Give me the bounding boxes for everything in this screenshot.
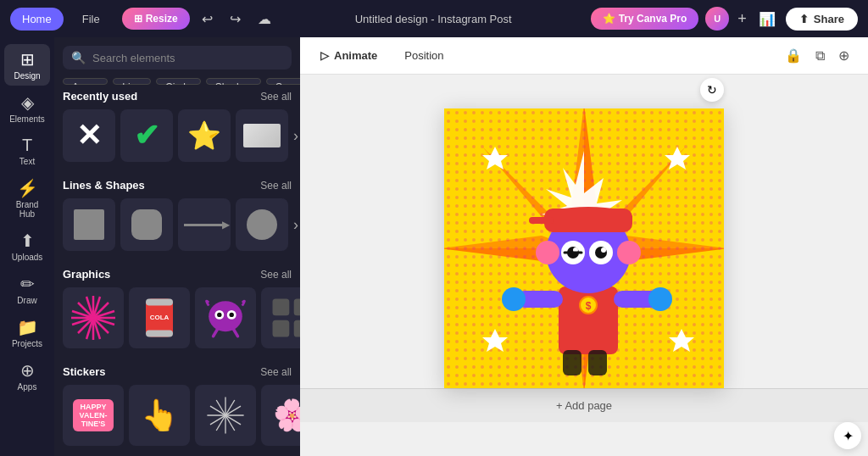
list-item[interactable] bbox=[236, 198, 288, 251]
list-item[interactable] bbox=[178, 198, 231, 251]
svg-point-16 bbox=[230, 313, 234, 317]
cloud-save-button[interactable]: ☁ bbox=[253, 8, 276, 31]
analytics-button[interactable]: 📊 bbox=[755, 8, 779, 31]
avatar[interactable]: U bbox=[705, 7, 729, 31]
lock-button[interactable]: 🔒 bbox=[780, 44, 807, 67]
search-input[interactable] bbox=[92, 52, 283, 64]
scroll-right-arrow[interactable]: › bbox=[293, 127, 298, 145]
list-item[interactable] bbox=[63, 198, 115, 251]
try-canva-pro-button[interactable]: ⭐ Try Canva Pro bbox=[591, 8, 699, 30]
tab-file[interactable]: File bbox=[70, 8, 112, 31]
svg-rect-20 bbox=[294, 320, 300, 337]
search-bar: 🔍 bbox=[54, 37, 300, 75]
sidebar-item-uploads[interactable]: ⬆ Uploads bbox=[4, 225, 50, 267]
line-arrow-shape bbox=[184, 224, 225, 226]
share-icon: ⬆ bbox=[799, 13, 809, 25]
list-item[interactable] bbox=[236, 109, 288, 162]
list-item[interactable] bbox=[120, 198, 173, 251]
rotate-button[interactable]: ↻ bbox=[700, 78, 724, 102]
scroll-right-arrow[interactable]: › bbox=[293, 216, 298, 234]
sidebar-item-brandhub[interactable]: ⚡ Brand Hub bbox=[4, 173, 50, 224]
icon-sidebar: ⊞ Design ◈ Elements T Text ⚡ Brand Hub ⬆… bbox=[0, 37, 54, 456]
hand-sticker: 👆 bbox=[141, 398, 179, 433]
add-page-bar[interactable]: + Add page bbox=[300, 388, 868, 422]
svg-rect-67 bbox=[563, 350, 581, 375]
rectangle-icon bbox=[243, 124, 281, 147]
graphics-grid: COLA bbox=[63, 287, 292, 348]
svg-rect-68 bbox=[588, 350, 607, 375]
lines-shapes-section: Lines & Shapes See all › bbox=[54, 174, 300, 256]
lines-shapes-header: Lines & Shapes See all bbox=[63, 179, 292, 192]
chip-shadow[interactable]: Shadow bbox=[206, 78, 261, 85]
recently-used-see-all[interactable]: See all bbox=[260, 91, 292, 103]
svg-text:$: $ bbox=[586, 300, 592, 312]
stickers-see-all[interactable]: See all bbox=[260, 366, 292, 378]
elements-panel: 🔍 Arrow Line Circle Shadow Squa… Recentl… bbox=[54, 37, 300, 456]
list-item[interactable]: COLA bbox=[129, 287, 190, 348]
sidebar-item-text[interactable]: T Text bbox=[4, 131, 50, 171]
recently-used-title: Recently used bbox=[63, 90, 137, 103]
list-item[interactable]: ✕ bbox=[63, 109, 115, 162]
list-item[interactable] bbox=[63, 287, 124, 348]
svg-rect-53 bbox=[529, 217, 554, 224]
uploads-icon: ⬆ bbox=[20, 231, 35, 251]
document-title: Untitled design - Instagram Post bbox=[283, 13, 584, 25]
star-icon: ⭐ bbox=[187, 120, 221, 152]
list-item[interactable]: 🌸 bbox=[261, 385, 300, 446]
svg-rect-18 bbox=[294, 299, 300, 316]
search-input-wrap[interactable]: 🔍 bbox=[63, 46, 292, 70]
search-icon: 🔍 bbox=[71, 51, 86, 64]
lines-shapes-see-all[interactable]: See all bbox=[260, 180, 292, 192]
redo-button[interactable]: ↪ bbox=[225, 8, 246, 31]
more-options-button[interactable]: ⊕ bbox=[833, 44, 854, 67]
sidebar-item-apps[interactable]: ⊕ Apps bbox=[4, 355, 50, 397]
list-item[interactable]: ⭐ bbox=[178, 109, 231, 162]
list-item[interactable]: ✔ bbox=[120, 109, 173, 162]
list-item[interactable] bbox=[261, 287, 300, 348]
graphics-title: Graphics bbox=[63, 268, 110, 281]
list-item[interactable] bbox=[195, 385, 256, 446]
chip-square[interactable]: Squa… bbox=[266, 78, 300, 85]
chip-line[interactable]: Line bbox=[113, 78, 151, 85]
share-button[interactable]: ⬆ Share bbox=[786, 8, 858, 31]
chip-arrow[interactable]: Arrow bbox=[63, 78, 108, 85]
chip-circle[interactable]: Circle bbox=[156, 78, 201, 85]
svg-point-65 bbox=[502, 287, 526, 311]
svg-rect-19 bbox=[273, 320, 290, 337]
recently-used-section: Recently used See all ✕ ✔ ⭐ bbox=[54, 85, 300, 167]
canvas-container[interactable]: ↻ bbox=[444, 108, 724, 388]
square-shape bbox=[74, 209, 104, 240]
sidebar-item-projects[interactable]: 📁 Projects bbox=[4, 312, 50, 353]
svg-text:COLA: COLA bbox=[150, 314, 170, 321]
sidebar-item-elements[interactable]: ◈ Elements bbox=[4, 87, 50, 129]
svg-rect-17 bbox=[273, 299, 290, 316]
list-item[interactable]: HAPPYVALEN-TINE'S bbox=[63, 385, 124, 446]
stickers-grid: HAPPYVALEN-TINE'S 👆 bbox=[63, 385, 292, 446]
circle-shape bbox=[247, 209, 277, 240]
apps-icon: ⊕ bbox=[20, 360, 35, 381]
list-item[interactable] bbox=[195, 287, 256, 348]
resize-button[interactable]: ⊞ Resize bbox=[122, 8, 190, 30]
undo-button[interactable]: ↩ bbox=[197, 8, 218, 31]
graphics-see-all[interactable]: See all bbox=[260, 269, 292, 281]
recently-used-header: Recently used See all bbox=[63, 90, 292, 103]
shapes-grid: › bbox=[63, 198, 292, 251]
stickers-section: Stickers See all HAPPYVALEN-TINE'S 👆 bbox=[54, 360, 300, 451]
pop-art-svg: $ bbox=[444, 108, 724, 388]
sidebar-item-draw[interactable]: ✏ Draw bbox=[4, 269, 50, 310]
position-button[interactable]: Position bbox=[398, 46, 450, 65]
sidebar-item-design[interactable]: ⊞ Design bbox=[4, 44, 50, 86]
magic-button[interactable]: ✦ bbox=[834, 422, 861, 449]
flower-sticker: 🌸 bbox=[273, 398, 301, 433]
filter-chips: Arrow Line Circle Shadow Squa… bbox=[54, 75, 300, 85]
brandhub-icon: ⚡ bbox=[17, 178, 38, 198]
x-mark-icon: ✕ bbox=[76, 120, 102, 151]
svg-rect-10 bbox=[146, 330, 173, 336]
add-profile-button[interactable]: + bbox=[736, 10, 748, 28]
animate-button[interactable]: ▷ Animate bbox=[314, 46, 384, 65]
list-item[interactable]: 👆 bbox=[129, 385, 190, 446]
right-area: ▷ Animate Position 🔒 ⧉ ⊕ ↻ bbox=[300, 37, 868, 456]
draw-icon: ✏ bbox=[20, 274, 35, 294]
tab-home[interactable]: Home bbox=[10, 8, 64, 31]
copy-button[interactable]: ⧉ bbox=[810, 44, 830, 67]
